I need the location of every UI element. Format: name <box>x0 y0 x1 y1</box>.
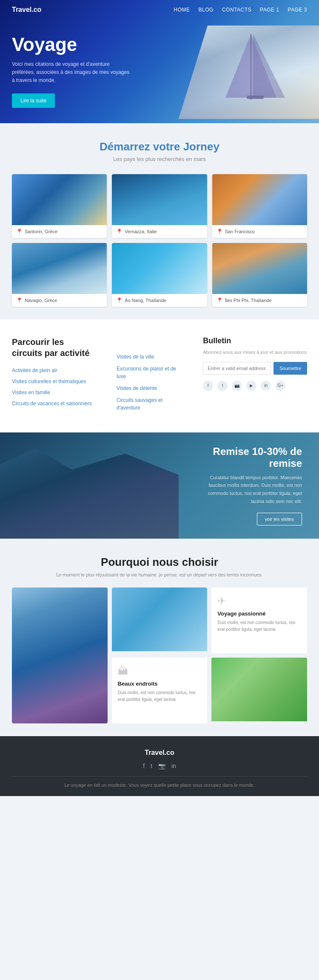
dest-card-phi[interactable]: 📍 Îles Phi Phi, Thaïlande <box>212 243 307 307</box>
nav-page3[interactable]: PAGE 3 <box>288 7 307 13</box>
why-title: Pourquoi nous choisir <box>12 556 307 569</box>
footer-twitter[interactable]: t <box>151 763 152 769</box>
journey-section: Démarrez votre Jorney Les pays les plus … <box>0 123 319 319</box>
pin-icon-6: 📍 <box>216 297 223 303</box>
pin-icon-4: 📍 <box>16 297 23 303</box>
dest-card-aonang[interactable]: 📍 Ao Nang, Thaïlande <box>112 243 207 307</box>
activities-right-list: Visites de la ville Excursions de plaisi… <box>117 353 186 411</box>
email-input[interactable] <box>203 362 271 375</box>
why-grid: ✈ Voyage passionné Duis mollis, est non … <box>12 587 307 723</box>
hero-overlay <box>179 25 319 119</box>
pin-icon-3: 📍 <box>216 229 223 234</box>
banner-section: Remise 10-30% de remise Curabitur blandi… <box>0 432 319 539</box>
dest-image-phi <box>212 243 307 294</box>
pin-icon-2: 📍 <box>116 229 122 234</box>
nav-links: HOME BLOG CONTACTS PAGE 1 PAGE 3 <box>174 7 307 13</box>
dest-card-santorini[interactable]: 📍 Santorin, Grèce <box>12 174 107 238</box>
footer-brand: Travel.co <box>12 749 307 757</box>
brand-logo[interactable]: Travel.co <box>12 6 41 14</box>
nav-page1[interactable]: PAGE 1 <box>260 7 279 13</box>
navbar: Travel.co HOME BLOG CONTACTS PAGE 1 PAGE… <box>0 0 319 20</box>
why-image-beach <box>112 587 208 653</box>
beaux-title: Beaux endroits <box>118 681 202 687</box>
pin-icon: 📍 <box>16 229 23 234</box>
journey-title: Démarrez votre Jorney <box>12 140 307 153</box>
dest-image-santorini <box>12 174 107 225</box>
footer-social-row: f t 📷 in <box>12 763 307 769</box>
mountain-icon: 🏔 <box>118 665 202 677</box>
dest-image-sf <box>212 174 307 225</box>
activity-vacances[interactable]: Circuits de vacances et saisonniers <box>12 401 92 407</box>
dest-image-vernazza <box>112 174 207 225</box>
why-section: Pourquoi nous choisir Le moment le plus … <box>0 539 319 736</box>
activities-title: Parcourir les circuits par activité <box>12 336 95 359</box>
dest-label-santorini: 📍 Santorin, Grèce <box>12 225 107 238</box>
plane-icon: ✈ <box>217 595 301 607</box>
dest-label-aonang: 📍 Ao Nang, Thaïlande <box>112 294 207 307</box>
footer-instagram[interactable]: 📷 <box>158 763 165 769</box>
bulletin-column: Bulletin Abonnez-vous aux mises à jour e… <box>203 336 307 415</box>
social-youtube[interactable]: ▶ <box>246 381 256 391</box>
nav-home[interactable]: HOME <box>174 7 190 13</box>
activity-sauvages[interactable]: Circuits sauvages et d'aventure <box>117 397 162 411</box>
activity-culturelles[interactable]: Visites culturelles et thématiques <box>12 378 86 384</box>
dest-label-phi: 📍 Îles Phi Phi, Thaïlande <box>212 294 307 307</box>
social-gplus[interactable]: G+ <box>275 381 285 391</box>
dest-image-aonang <box>112 243 207 294</box>
dest-image-navagio <box>12 243 107 294</box>
hero-title: Voyage <box>12 34 131 55</box>
activities-left-list: Activités de plein air Visites culturell… <box>12 366 95 407</box>
hero-cta-button[interactable]: Lire la suite <box>12 93 55 108</box>
submit-button[interactable]: Soumettre <box>273 362 307 375</box>
journey-subtitle: Les pays les plus recherchés en mars <box>12 156 307 162</box>
beaux-desc: Duis mollis, est non commodo luctus, nis… <box>118 689 202 703</box>
dest-label-vernazza: 📍 Vernazza, Italie <box>112 225 207 238</box>
activity-famille[interactable]: Visites en famille <box>12 390 50 395</box>
bulletin-description: Abonnez-vous aux mises à jour et aux pro… <box>203 349 307 356</box>
dest-label-navagio: 📍 Navagio, Grèce <box>12 294 107 307</box>
activity-plein-air[interactable]: Activités de plein air <box>12 367 57 373</box>
banner-title: Remise 10-30% de remise <box>200 446 302 469</box>
bulletin-title: Bulletin <box>203 336 307 345</box>
email-row: Soumettre <box>203 362 307 375</box>
why-image-swing <box>12 587 108 723</box>
destinations-grid: 📍 Santorin, Grèce 📍 Vernazza, Italie 📍 S… <box>12 174 307 307</box>
activities-column-right: Visites de la ville Excursions de plaisi… <box>112 336 186 415</box>
social-facebook[interactable]: f <box>203 381 213 391</box>
dest-card-navagio[interactable]: 📍 Navagio, Grèce <box>12 243 107 307</box>
dest-label-sf: 📍 San Francisco <box>212 225 307 238</box>
activity-ville[interactable]: Visites de la ville <box>117 354 154 360</box>
why-image-palm <box>211 658 307 723</box>
dest-card-vernazza[interactable]: 📍 Vernazza, Italie <box>112 174 207 238</box>
hero-content: Voyage Voici mes citations de voyage et … <box>12 34 131 108</box>
pin-icon-5: 📍 <box>116 297 122 303</box>
nav-blog[interactable]: BLOG <box>199 7 214 13</box>
footer: Travel.co f t 📷 in Le voyage en fait un … <box>0 736 319 796</box>
social-instagram[interactable]: 📷 <box>232 381 242 391</box>
hero-description: Voici mes citations de voyage et d'avent… <box>12 60 131 85</box>
activities-column: Parcourir les circuits par activité Acti… <box>12 336 95 415</box>
footer-tagline: Le voyage en fait un modeste. Vous voyez… <box>12 782 307 788</box>
why-card-beaux: 🏔 Beaux endroits Duis mollis, est non co… <box>112 658 208 723</box>
activities-section: Parcourir les circuits par activité Acti… <box>0 319 319 432</box>
passion-desc: Duis mollis, est non commodo luctus, nis… <box>217 619 301 633</box>
passion-title: Voyage passionné <box>217 610 301 617</box>
activity-detente[interactable]: Visites de détente <box>117 385 157 391</box>
footer-divider <box>12 776 307 777</box>
social-linkedin[interactable]: in <box>261 381 271 391</box>
why-card-passion: ✈ Voyage passionné Duis mollis, est non … <box>211 587 307 653</box>
nav-contacts[interactable]: CONTACTS <box>222 7 251 13</box>
banner-content: Remise 10-30% de remise Curabitur blandi… <box>183 433 319 539</box>
social-icons-row: f t 📷 ▶ in G+ <box>203 381 307 391</box>
banner-description: Curabitur blandit tempus porttitor. Maec… <box>200 474 302 506</box>
banner-cta-button[interactable]: voir les visites <box>257 513 302 525</box>
dest-card-sf[interactable]: 📍 San Francisco <box>212 174 307 238</box>
banner-hills-decoration <box>0 432 179 539</box>
footer-facebook[interactable]: f <box>143 763 145 769</box>
activity-plaisir[interactable]: Excursions de plaisir et de luxe <box>117 366 176 379</box>
footer-linkedin[interactable]: in <box>171 763 176 769</box>
why-subtitle: Le moment le plus réjouissant de la vie … <box>12 572 307 577</box>
social-twitter[interactable]: t <box>217 381 228 391</box>
